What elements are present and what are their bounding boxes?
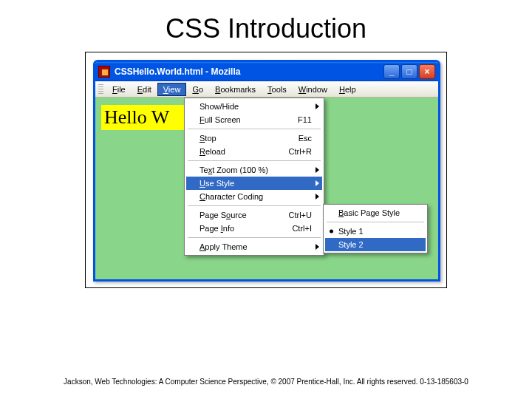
menu-separator (188, 129, 321, 129)
menu-reload[interactable]: Reload Ctrl+R (186, 145, 322, 158)
menu-page-info[interactable]: Page Info Ctrl+I (186, 222, 322, 235)
label: Style 1 (338, 227, 415, 236)
menu-tools[interactable]: Tools (262, 83, 293, 96)
close-button[interactable]: × (419, 64, 435, 79)
menu-file[interactable]: File (106, 83, 132, 96)
menu-text-zoom[interactable]: Text Zoom (100 %) (186, 163, 322, 177)
menu-separator (327, 222, 424, 222)
accelerator: F11 (298, 115, 312, 124)
label: Full Screen (200, 115, 298, 124)
menu-page-source[interactable]: Page Source Ctrl+U (186, 208, 322, 222)
screenshot-frame: CSSHello.World.html - Mozilla _ □ × File… (85, 52, 447, 288)
accelerator: Ctrl+I (292, 224, 312, 233)
label: Page Info (200, 224, 292, 233)
slide-title: CSS Introduction (0, 13, 532, 44)
menu-view[interactable]: View (157, 83, 187, 96)
label: Character Coding (200, 192, 312, 201)
menu-character-coding[interactable]: Character Coding (186, 190, 322, 203)
browser-window: CSSHello.World.html - Mozilla _ □ × File… (93, 60, 440, 282)
submenu-arrow-icon (316, 180, 319, 186)
menu-go[interactable]: Go (186, 83, 209, 96)
submenu-arrow-icon (316, 167, 319, 173)
accelerator: Ctrl+U (289, 211, 312, 219)
style-basic[interactable]: Basic Page Style (325, 206, 426, 219)
style-2[interactable]: Style 2 (325, 238, 426, 251)
label: Reload (200, 147, 289, 156)
accelerator: Ctrl+R (289, 147, 312, 156)
selected-dot-icon (330, 230, 333, 233)
slide-footnote: Jackson, Web Technologies: A Computer Sc… (0, 378, 532, 386)
label: Stop (200, 134, 299, 143)
menu-separator (188, 160, 321, 161)
menubar-grip-icon (98, 84, 103, 95)
titlebar[interactable]: CSSHello.World.html - Mozilla _ □ × (95, 62, 438, 81)
menu-window[interactable]: Window (293, 83, 333, 96)
label: Apply Theme (200, 242, 312, 251)
menu-show-hide[interactable]: Show/Hide (186, 100, 322, 113)
minimize-button[interactable]: _ (383, 64, 400, 79)
menu-help[interactable]: Help (333, 83, 362, 96)
menu-edit[interactable]: Edit (132, 83, 157, 96)
window-title: CSSHello.World.html - Mozilla (115, 66, 383, 77)
app-icon (98, 66, 110, 78)
menu-separator (188, 237, 321, 238)
submenu-arrow-icon (316, 194, 319, 200)
menu-use-style[interactable]: Use Style (186, 177, 322, 190)
submenu-arrow-icon (316, 103, 319, 109)
submenu-arrow-icon (316, 244, 319, 250)
label: Show/Hide (200, 102, 312, 111)
label: Style 2 (338, 240, 415, 249)
menu-separator (188, 205, 321, 206)
label: Basic Page Style (338, 208, 422, 217)
label: Page Source (200, 211, 289, 219)
label: Text Zoom (100 %) (200, 166, 312, 174)
maximize-button[interactable]: □ (401, 64, 417, 79)
menu-full-screen[interactable]: Full Screen F11 (186, 113, 322, 126)
accelerator: Esc (299, 134, 312, 143)
view-dropdown: Show/Hide Full Screen F11 Stop Esc Reloa… (184, 98, 324, 256)
menu-apply-theme[interactable]: Apply Theme (186, 240, 322, 253)
menubar: File Edit View Go Bookmarks Tools Window… (95, 81, 438, 98)
label: Use Style (200, 179, 312, 188)
use-style-submenu: Basic Page Style Style 1 Style 2 (323, 204, 428, 253)
style-1[interactable]: Style 1 (325, 225, 426, 238)
menu-stop[interactable]: Stop Esc (186, 132, 322, 145)
menu-bookmarks[interactable]: Bookmarks (209, 83, 262, 96)
